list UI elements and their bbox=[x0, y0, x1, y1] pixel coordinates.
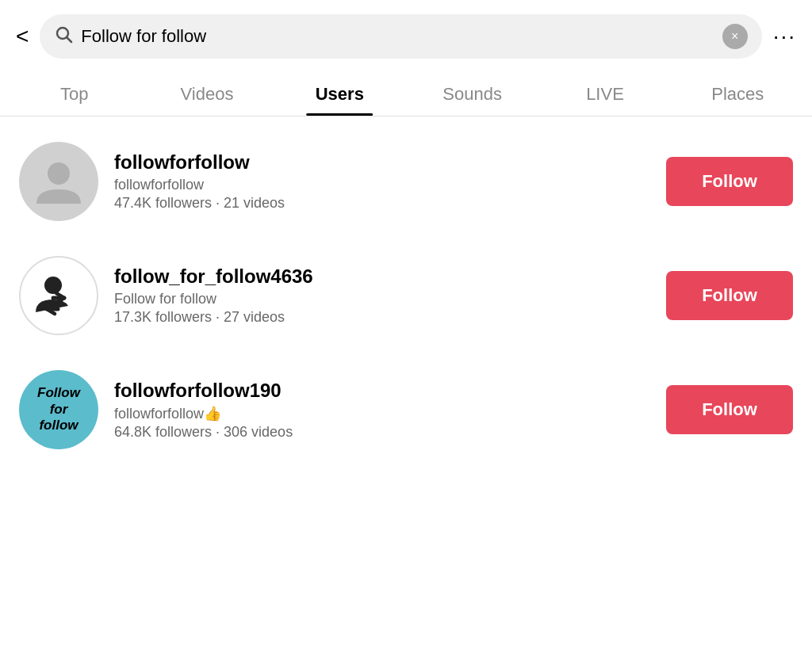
svg-line-1 bbox=[67, 38, 72, 43]
search-icon bbox=[54, 25, 73, 48]
username: followforfollow190 bbox=[114, 380, 650, 402]
svg-point-2 bbox=[48, 162, 70, 185]
follow-button[interactable]: Follow bbox=[666, 385, 793, 434]
tab-sounds[interactable]: Sounds bbox=[406, 70, 538, 116]
tab-users[interactable]: Users bbox=[274, 70, 406, 116]
follow-button[interactable]: Follow bbox=[666, 157, 793, 206]
username: followforfollow bbox=[114, 151, 650, 174]
tab-places[interactable]: Places bbox=[672, 70, 804, 116]
user-handle: Follow for follow bbox=[114, 291, 650, 307]
clear-icon: × bbox=[731, 29, 738, 44]
clear-button[interactable]: × bbox=[722, 24, 748, 49]
back-button[interactable]: < bbox=[16, 25, 29, 48]
tab-live[interactable]: LIVE bbox=[538, 70, 671, 116]
avatar bbox=[19, 142, 98, 221]
username: follow_for_follow4636 bbox=[114, 265, 650, 288]
follow-icon bbox=[21, 258, 97, 334]
user-list: followforfollow followforfollow 47.4K fo… bbox=[0, 116, 812, 475]
header: < × ··· bbox=[0, 0, 812, 70]
svg-point-3 bbox=[44, 277, 62, 294]
person-icon bbox=[19, 142, 98, 221]
user-stats: 64.8K followers · 306 videos bbox=[114, 424, 650, 441]
user-handle: followforfollow👍 bbox=[114, 405, 650, 422]
search-input[interactable] bbox=[81, 26, 714, 47]
list-item: followforfollow followforfollow 47.4K fo… bbox=[0, 124, 812, 239]
avatar bbox=[19, 256, 98, 335]
tab-videos[interactable]: Videos bbox=[140, 70, 273, 116]
tab-bar: Top Videos Users Sounds LIVE Places bbox=[0, 70, 812, 116]
user-info: followforfollow190 followforfollow👍 64.8… bbox=[114, 380, 650, 441]
user-info: followforfollow followforfollow 47.4K fo… bbox=[114, 151, 650, 212]
user-info: follow_for_follow4636 Follow for follow … bbox=[114, 265, 650, 326]
user-handle: followforfollow bbox=[114, 177, 650, 193]
tab-top[interactable]: Top bbox=[8, 70, 140, 116]
avatar: Followforfollow bbox=[19, 370, 98, 449]
user-stats: 17.3K followers · 27 videos bbox=[114, 309, 650, 326]
user-stats: 47.4K followers · 21 videos bbox=[114, 195, 650, 212]
list-item: follow_for_follow4636 Follow for follow … bbox=[0, 239, 812, 353]
list-item: Followforfollow followforfollow190 follo… bbox=[0, 353, 812, 467]
more-button[interactable]: ··· bbox=[773, 24, 796, 49]
avatar-text: Followforfollow bbox=[19, 370, 98, 449]
follow-button[interactable]: Follow bbox=[666, 271, 793, 320]
search-bar: × bbox=[40, 14, 761, 59]
